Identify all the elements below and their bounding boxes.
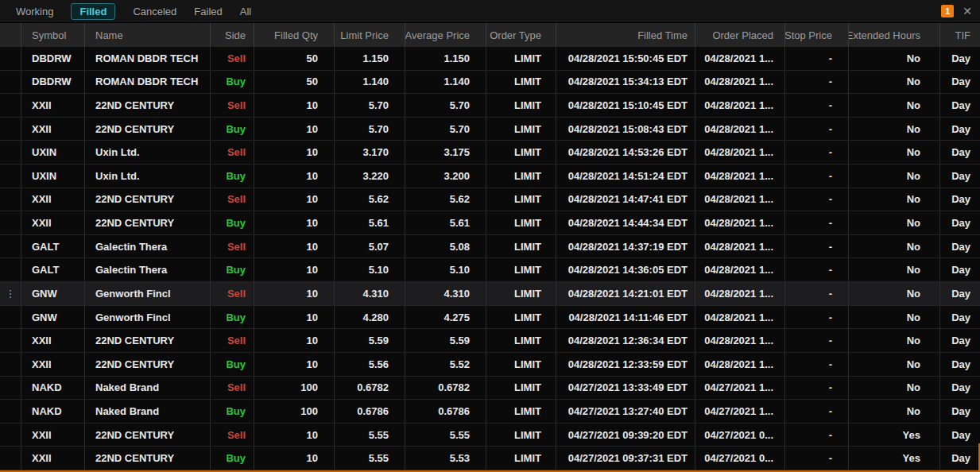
cell-avgPrice: 5.62 bbox=[405, 188, 486, 211]
cell-filledTime: 04/28/2021 14:36:05 EDT bbox=[556, 258, 695, 281]
column-header-filledTime[interactable]: Filled Time bbox=[556, 23, 695, 47]
cell-avgPrice: 5.70 bbox=[405, 94, 486, 117]
table-row[interactable]: DBDRWROMAN DBDR TECHSell501.1501.150LIMI… bbox=[0, 47, 980, 71]
tab-working[interactable]: Working bbox=[16, 4, 53, 19]
table-row[interactable]: UXINUxin Ltd.Sell103.1703.175LIMIT04/28/… bbox=[0, 141, 980, 164]
column-header-action bbox=[0, 23, 21, 47]
cell-orderType: LIMIT bbox=[486, 211, 556, 234]
cell-avgPrice: 5.53 bbox=[405, 447, 486, 470]
column-header-limitPrice[interactable]: Limit Price bbox=[335, 23, 405, 47]
cell-orderPlaced: 04/28/2021 1... bbox=[695, 211, 785, 234]
column-header-orderPlaced[interactable]: Order Placed bbox=[695, 23, 785, 47]
cell-stopPrice: - bbox=[785, 211, 849, 234]
cell-filledTime: 04/27/2021 09:37:31 EDT bbox=[556, 447, 695, 470]
cell-symbol: XXII bbox=[21, 329, 85, 352]
cell-filledTime: 04/28/2021 14:51:24 EDT bbox=[556, 164, 695, 188]
cell-filledTime: 04/28/2021 15:50:45 EDT bbox=[556, 47, 695, 70]
cell-side: Buy bbox=[211, 400, 254, 423]
table-row[interactable]: XXII22ND CENTURYBuy105.555.53LIMIT04/27/… bbox=[0, 447, 980, 470]
table-row[interactable]: NAKDNaked BrandSell1000.67820.6782LIMIT0… bbox=[0, 377, 980, 400]
column-header-extHours[interactable]: Extended Hours bbox=[849, 23, 940, 47]
cell-extHours: Yes bbox=[849, 424, 940, 447]
cell-limitPrice: 5.70 bbox=[335, 94, 405, 117]
column-header-stopPrice[interactable]: Stop Price bbox=[785, 23, 849, 47]
cell-side: Sell bbox=[211, 94, 254, 117]
cell-orderPlaced: 04/27/2021 0... bbox=[695, 424, 785, 447]
tabbar-right-controls: 1 ✕ bbox=[941, 5, 980, 17]
cell-avgPrice: 5.52 bbox=[405, 353, 486, 376]
cell-filledQty: 10 bbox=[254, 424, 335, 447]
cell-orderPlaced: 04/28/2021 1... bbox=[695, 235, 785, 258]
cell-limitPrice: 5.59 bbox=[335, 329, 405, 352]
column-header-symbol[interactable]: Symbol bbox=[21, 23, 85, 47]
cell-stopPrice: - bbox=[785, 258, 849, 281]
row-menu-icon[interactable]: ⋮ bbox=[6, 288, 16, 300]
table-row[interactable]: XXII22ND CENTURYSell105.625.62LIMIT04/28… bbox=[0, 188, 980, 212]
table-row[interactable]: XXII22ND CENTURYSell105.705.70LIMIT04/28… bbox=[0, 94, 980, 118]
table-row[interactable]: XXII22ND CENTURYSell105.595.59LIMIT04/28… bbox=[0, 329, 980, 353]
cell-symbol: UXIN bbox=[21, 164, 85, 188]
column-header-avgPrice[interactable]: Average Price bbox=[405, 23, 486, 47]
cell-limitPrice: 5.55 bbox=[335, 447, 405, 470]
cell-side: Sell bbox=[211, 424, 254, 447]
column-header-name[interactable]: Name bbox=[85, 23, 211, 47]
cell-tif: Day bbox=[940, 94, 980, 117]
cell-symbol: XXII bbox=[21, 211, 85, 234]
cell-orderPlaced: 04/28/2021 1... bbox=[695, 47, 785, 70]
cell-tif: Day bbox=[940, 282, 980, 305]
cell-filledQty: 10 bbox=[254, 188, 335, 211]
cell-name: Genworth Fincl bbox=[85, 282, 211, 305]
cell-side: Buy bbox=[211, 353, 254, 376]
cell-extHours: No bbox=[849, 211, 940, 234]
cell-orderType: LIMIT bbox=[486, 141, 556, 164]
table-row[interactable]: XXII22ND CENTURYBuy105.615.61LIMIT04/28/… bbox=[0, 211, 980, 235]
tab-filled[interactable]: Filled bbox=[71, 3, 115, 20]
cell-stopPrice: - bbox=[785, 188, 849, 211]
cell-side: Buy bbox=[211, 118, 254, 141]
cell-side: Buy bbox=[211, 306, 254, 329]
cell-tif: Day bbox=[940, 424, 980, 447]
tab-failed[interactable]: Failed bbox=[194, 4, 222, 19]
table-row[interactable]: XXII22ND CENTURYBuy105.705.70LIMIT04/28/… bbox=[0, 118, 980, 141]
table-row[interactable]: XXII22ND CENTURYBuy105.565.52LIMIT04/28/… bbox=[0, 353, 980, 377]
column-header-orderType[interactable]: Order Type bbox=[486, 23, 556, 47]
alert-count-badge[interactable]: 1 bbox=[941, 5, 954, 17]
column-header-tif[interactable]: TIF bbox=[940, 23, 980, 47]
cell-stopPrice: - bbox=[785, 235, 849, 258]
cell-tif: Day bbox=[940, 164, 980, 188]
cell-action bbox=[0, 94, 21, 117]
table-row[interactable]: XXII22ND CENTURYSell105.555.55LIMIT04/27… bbox=[0, 424, 980, 447]
cell-symbol: XXII bbox=[21, 447, 85, 470]
cell-filledTime: 04/28/2021 14:44:34 EDT bbox=[556, 211, 695, 234]
cell-side: Sell bbox=[211, 188, 254, 211]
cell-stopPrice: - bbox=[785, 377, 849, 400]
cell-limitPrice: 5.07 bbox=[335, 235, 405, 258]
cell-side: Buy bbox=[211, 447, 254, 470]
cell-filledQty: 10 bbox=[254, 211, 335, 234]
cell-filledQty: 100 bbox=[254, 377, 335, 400]
cell-filledQty: 50 bbox=[254, 47, 335, 70]
column-header-side[interactable]: Side bbox=[211, 23, 254, 47]
table-row[interactable]: DBDRWROMAN DBDR TECHBuy501.1401.140LIMIT… bbox=[0, 71, 980, 95]
cell-filledTime: 04/28/2021 14:37:19 EDT bbox=[556, 235, 695, 258]
table-row[interactable]: GALTGalectin TheraBuy105.105.10LIMIT04/2… bbox=[0, 258, 980, 282]
cell-stopPrice: - bbox=[785, 329, 849, 352]
close-icon[interactable]: ✕ bbox=[961, 6, 974, 17]
table-row[interactable]: GALTGalectin TheraSell105.075.08LIMIT04/… bbox=[0, 235, 980, 259]
table-row[interactable]: GNWGenworth FinclBuy104.2804.275LIMIT04/… bbox=[0, 306, 980, 330]
cell-symbol: XXII bbox=[21, 118, 85, 141]
tab-all[interactable]: All bbox=[240, 4, 251, 19]
cell-name: ROMAN DBDR TECH bbox=[85, 71, 211, 94]
table-row[interactable]: NAKDNaked BrandBuy1000.67860.6786LIMIT04… bbox=[0, 400, 980, 424]
cell-side: Buy bbox=[211, 211, 254, 234]
tab-canceled[interactable]: Canceled bbox=[133, 4, 176, 19]
cell-symbol: UXIN bbox=[21, 141, 85, 164]
cell-tif: Day bbox=[940, 71, 980, 94]
cell-action: ⋮ bbox=[0, 282, 21, 305]
table-row[interactable]: ⋮GNWGenworth FinclSell104.3104.310LIMIT0… bbox=[0, 282, 980, 306]
cell-action bbox=[0, 329, 21, 352]
column-header-filledQty[interactable]: Filled Qty bbox=[254, 23, 335, 47]
cell-side: Sell bbox=[211, 47, 254, 70]
table-row[interactable]: UXINUxin Ltd.Buy103.2203.200LIMIT04/28/2… bbox=[0, 164, 980, 188]
cell-orderType: LIMIT bbox=[486, 94, 556, 117]
